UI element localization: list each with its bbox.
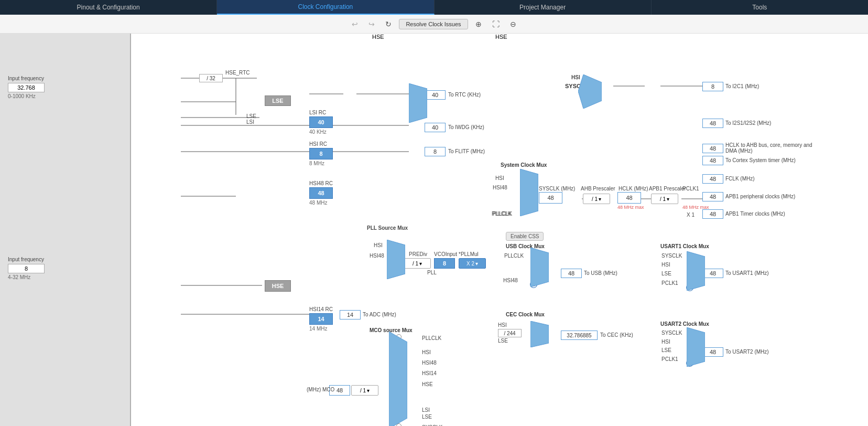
zoom-in-button[interactable]: ⊕ — [472, 19, 485, 29]
input-freq-label-1: Input frequency — [8, 76, 122, 81]
mco-lsi-label: LSI — [422, 407, 430, 413]
lsi-label: LSE — [246, 113, 256, 119]
svg-marker-23 — [530, 248, 549, 287]
apb1-timer-label: APB1 Timer clocks (MHz) — [725, 211, 785, 217]
ahb-div-select[interactable]: / 1 ▾ — [583, 194, 610, 204]
hsi-rc-unit: 8 MHz — [309, 161, 324, 166]
main-area: Input frequency 0-1000 KHz Input frequen… — [0, 34, 868, 426]
svg-marker-28 — [389, 332, 407, 426]
sysclk-value-box: 48 — [539, 192, 562, 204]
hse-box[interactable]: HSE — [265, 280, 291, 292]
lsi-rc-label-text: LSI RC — [309, 110, 326, 115]
input-freq-value-1[interactable] — [8, 83, 45, 92]
hclk-value-box: 48 — [617, 192, 641, 204]
redo-button[interactable]: ↪ — [365, 19, 378, 29]
usb-value-box: 48 — [561, 269, 582, 278]
svg-marker-24 — [530, 321, 549, 347]
hclk-mhz-label: HCLK (MHz) — [619, 186, 648, 191]
nav-tools[interactable]: Tools — [652, 0, 868, 15]
mco-hsi14-label: HSI14 — [422, 370, 437, 376]
usart1-sysclk-label: SYSCLK — [661, 253, 682, 259]
input-freq-range-1: 0-1000 KHz — [8, 93, 122, 99]
fclk-label: FCLK (MHz) — [725, 176, 755, 182]
clock-canvas: / 32 HSE_RTC LSE LSE LSI LSI RC 40 40 KH… — [131, 34, 868, 426]
lsi-rc-box[interactable]: 40 — [309, 116, 333, 128]
usart2-sysclk-label: SYSCLK — [661, 330, 682, 336]
hsi48-rc-box[interactable]: 48 — [309, 187, 333, 199]
mco-hsi-label: HSI — [422, 349, 431, 355]
sys-pllclk-label: PLLCLK — [492, 211, 511, 217]
usb-hsi48-label: HSI48 — [503, 278, 518, 283]
mco-hsi48-label: HSI48 — [422, 360, 437, 366]
lsi-rc-unit: 40 KHz — [309, 129, 327, 135]
pclk1-label: PCLK1 — [682, 186, 699, 191]
hsi14-rc-box[interactable]: 14 — [309, 313, 333, 325]
resolve-clock-button[interactable]: Resolve Clock Issues — [399, 19, 468, 29]
hsi-rc-label-text: HSI RC — [309, 141, 327, 147]
prediv-label: PREDiv — [409, 251, 427, 257]
flitf-value-box: 8 — [425, 147, 446, 156]
cec-label: To CEC (KHz) — [600, 332, 633, 338]
hsi14-rc-unit: 14 MHz — [309, 326, 327, 332]
fit-button[interactable]: ⛶ — [489, 19, 503, 29]
usart1-hsi-label: HSI — [661, 262, 670, 268]
apb1-timer-value-box: 48 — [702, 209, 723, 219]
nav-pinout[interactable]: Pinout & Configuration — [0, 0, 217, 15]
sysclk-box-shape — [578, 74, 602, 109]
usart2-lse-label: LSE — [661, 347, 671, 353]
hclk-max-label: 48 MHz max — [617, 205, 644, 210]
cortex-value-box: 48 — [702, 156, 723, 165]
usart1-mux-shape — [687, 251, 705, 291]
input-freq-value-2[interactable] — [8, 264, 45, 273]
usart1-value-box: 48 — [702, 269, 723, 278]
svg-marker-25 — [687, 251, 705, 291]
sys-hsi-label: HSI — [495, 175, 504, 181]
nav-clock[interactable]: Clock Configuration — [217, 0, 434, 15]
refresh-button[interactable]: ↻ — [382, 19, 395, 29]
mco-hse-label: HSE — [422, 381, 433, 387]
cec-lse-label: LSE — [498, 338, 508, 344]
usart2-label: To USART2 (MHz) — [725, 349, 769, 355]
usart1-clk-mux-label: USART1 Clock Mux — [660, 243, 709, 249]
mco-pllclk-label: PLLCLK — [422, 335, 441, 341]
usb-pllclk-label: PLLCLK — [504, 253, 524, 259]
sysclk-mux-shape — [520, 169, 538, 216]
i2c1-label: To I2C1 (MHz) — [725, 83, 759, 89]
mco-mux-shape — [389, 332, 407, 426]
nav-project[interactable]: Project Manager — [435, 0, 652, 15]
cec-mux-shape — [530, 321, 549, 347]
mco-div-select[interactable]: / 1 ▾ — [351, 385, 378, 396]
rtc-label: To RTC (KHz) — [448, 92, 481, 98]
vco-input-label: VCOInput — [434, 251, 457, 257]
sysclk-mhz-label: SYSCLK (MHz) — [539, 186, 575, 191]
pll-mul-select[interactable]: X 2 ▾ — [459, 258, 486, 269]
usb-mux-shape — [530, 248, 549, 287]
usb-label: To USB (MHz) — [584, 270, 617, 276]
i2s-label: To I2S1/I2S2 (MHz) — [725, 120, 771, 126]
top-nav: Pinout & Configuration Clock Configurati… — [0, 0, 868, 15]
input-freq-label-2: Input frequency — [8, 257, 122, 262]
usart2-value-box: 48 — [702, 347, 723, 357]
rtc-mux-shape — [409, 83, 427, 123]
undo-button[interactable]: ↩ — [349, 19, 361, 29]
usart1-lse-label: LSE — [661, 271, 671, 276]
cec-hsi-label: HSI — [498, 322, 507, 328]
cec-value-box: 32.786885 — [561, 331, 598, 340]
enable-css-button[interactable]: Enable CSS — [506, 232, 544, 241]
apb1-div-select[interactable]: / 1 ▾ — [651, 194, 678, 204]
prediv-select[interactable]: / 1 ▾ — [404, 258, 431, 269]
adc-value-box: 14 — [340, 310, 361, 320]
hsi-rc-box[interactable]: 8 — [309, 148, 333, 159]
hse-div32: / 32 — [199, 74, 223, 82]
i2c1-value-box: 8 — [702, 82, 723, 91]
mco-lse-label: LSE — [422, 414, 432, 420]
lse-box[interactable]: LSE — [265, 95, 291, 106]
hclk-ahb-label: HCLK to AHB bus, core, memory and DMA (M… — [725, 142, 815, 154]
hclk-ahb-value-box: 48 — [702, 144, 723, 153]
lines-svg — [131, 34, 868, 426]
usart1-pclk1-label: PCLK1 — [661, 280, 678, 286]
zoom-out-button[interactable]: ⊖ — [507, 19, 519, 29]
left-panel: Input frequency 0-1000 KHz Input frequen… — [0, 34, 131, 426]
usart2-hsi-label: HSI — [661, 339, 670, 345]
sys-hse-label: HSE — [495, 34, 507, 40]
